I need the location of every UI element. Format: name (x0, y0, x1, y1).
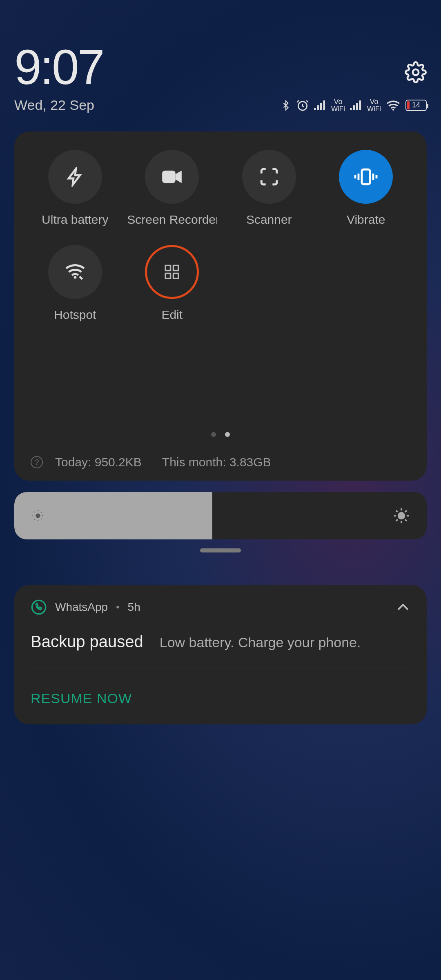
resume-now-button[interactable]: RESUME NOW (31, 690, 410, 706)
tile-label: Scanner (246, 213, 292, 227)
svg-rect-17 (174, 274, 178, 278)
notification-message: Low battery. Charge your phone. (160, 635, 361, 650)
svg-rect-11 (162, 171, 176, 183)
svg-point-19 (399, 513, 405, 519)
alarm-icon (296, 99, 309, 112)
battery-icon: 14 (405, 100, 427, 111)
tile-edit[interactable]: Edit (124, 245, 221, 322)
video-icon (161, 169, 183, 185)
bluetooth-icon (281, 98, 291, 112)
tile-hotspot[interactable]: Hotspot (27, 245, 124, 322)
signal-2-icon (350, 100, 362, 111)
grid-icon (163, 263, 180, 281)
svg-rect-16 (166, 274, 171, 278)
quick-settings-panel: Ultra battery Screen Recorder Scanner Vi… (14, 131, 427, 481)
wifi-icon (386, 99, 401, 111)
vowifi-1-icon: Vo WiFi (331, 98, 345, 112)
separator-dot: • (116, 601, 119, 613)
notification-card[interactable]: WhatsApp • 5h Backup paused Low battery.… (14, 585, 427, 724)
hotspot-icon (64, 263, 86, 281)
svg-rect-4 (320, 103, 322, 110)
svg-rect-8 (356, 103, 358, 110)
brightness-high-icon (392, 507, 410, 525)
whatsapp-icon (31, 599, 47, 615)
signal-1-icon (314, 100, 326, 111)
pager-dot (211, 432, 216, 437)
svg-rect-15 (174, 265, 178, 270)
svg-point-18 (36, 514, 40, 518)
brightness-slider[interactable] (14, 492, 427, 539)
page-indicator[interactable] (27, 432, 414, 437)
usage-today: Today: 950.2KB (55, 455, 142, 469)
svg-point-10 (392, 109, 394, 111)
vowifi-2-icon: Vo WiFi (367, 98, 381, 112)
tile-label: Ultra battery (42, 213, 108, 227)
question-icon: ? (31, 456, 43, 468)
svg-rect-9 (359, 100, 361, 110)
clock-time: 9:07 (14, 39, 405, 95)
notification-time: 5h (128, 601, 140, 614)
status-bar: Vo WiFi Vo WiFi 14 (281, 98, 427, 112)
svg-point-13 (74, 276, 76, 279)
notification-app-name: WhatsApp (55, 601, 108, 614)
tile-screen-recorder[interactable]: Screen Recorder (124, 150, 221, 227)
brightness-low-icon (31, 508, 45, 523)
svg-rect-14 (166, 265, 171, 270)
collapse-icon[interactable] (396, 602, 410, 612)
pager-dot (225, 432, 230, 437)
svg-rect-6 (350, 108, 352, 110)
svg-point-0 (413, 69, 419, 75)
settings-button[interactable] (405, 61, 427, 83)
drag-handle[interactable] (200, 548, 241, 552)
svg-rect-2 (314, 108, 316, 110)
date-label: Wed, 22 Sep (14, 97, 281, 113)
svg-rect-7 (353, 105, 355, 110)
scan-icon (259, 167, 279, 187)
vibrate-icon (354, 167, 378, 187)
tile-ultra-battery[interactable]: Ultra battery (27, 150, 124, 227)
svg-rect-3 (317, 105, 319, 110)
tile-label: Hotspot (54, 308, 96, 322)
bolt-icon (65, 167, 85, 187)
svg-rect-5 (323, 100, 325, 110)
tile-vibrate[interactable]: Vibrate (318, 150, 415, 227)
tile-label: Vibrate (347, 213, 385, 227)
usage-month: This month: 3.83GB (162, 455, 271, 469)
tile-label: Screen Recorder (127, 213, 217, 227)
tile-scanner[interactable]: Scanner (220, 150, 318, 227)
tile-label: Edit (161, 308, 183, 322)
svg-rect-12 (362, 169, 370, 184)
data-usage-row[interactable]: ? Today: 950.2KB This month: 3.83GB (27, 446, 414, 473)
notification-title: Backup paused (31, 633, 143, 651)
